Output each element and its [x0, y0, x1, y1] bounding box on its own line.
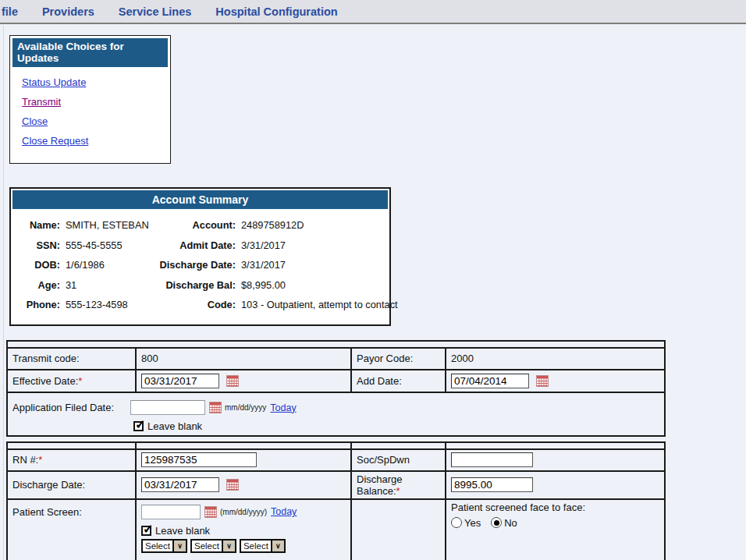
- account-summary-header: Account Summary: [12, 190, 388, 209]
- effective-date-input[interactable]: [141, 374, 219, 388]
- available-choices-header: Available Choices for Updates: [12, 38, 168, 67]
- discharge-date-input[interactable]: [141, 477, 219, 492]
- top-nav: file Providers Service Lines Hospital Co…: [0, 0, 746, 24]
- patient-screen-date-input[interactable]: [141, 505, 201, 519]
- patient-screen-label: Patient Screen:: [7, 499, 136, 560]
- discharge-date-field-label: Discharge Date:: [7, 471, 136, 499]
- application-filed-date-label: Application Filed Date:: [12, 402, 130, 413]
- account-value: 2489758912D: [241, 219, 398, 231]
- link-close[interactable]: Close: [22, 115, 168, 127]
- link-transmit[interactable]: Transmit: [22, 96, 168, 108]
- account-summary-grid: Name: SMITH, ESTEBAN Account: 2489758912…: [12, 209, 388, 323]
- transmit-form-table: Transmit code: 800 Payor Code: 2000 Effe…: [6, 340, 666, 437]
- application-filed-date-input[interactable]: [130, 400, 205, 415]
- spacer-cell: [351, 442, 446, 449]
- admit-date-value: 3/31/2017: [241, 239, 398, 251]
- discharge-bal-label: Discharge Bal:: [155, 279, 236, 291]
- age-label: Age:: [16, 279, 60, 291]
- nav-item-file[interactable]: file: [2, 5, 18, 18]
- leave-blank-checkbox[interactable]: [133, 421, 144, 431]
- discharge-bal-value: $8,995.00: [241, 279, 398, 291]
- transmit-code-label: Transmit code:: [7, 348, 136, 370]
- name-value: SMITH, ESTEBAN: [66, 219, 150, 231]
- empty-cell: [351, 499, 446, 560]
- phone-label: Phone:: [16, 299, 60, 310]
- phone-value: 555-123-4598: [66, 299, 150, 310]
- screened-no-label: No: [504, 517, 517, 529]
- calendar-icon[interactable]: [226, 479, 239, 491]
- calendar-icon[interactable]: [204, 506, 217, 518]
- screened-yes-radio[interactable]: [451, 517, 462, 528]
- date-format-hint: (mm/dd/yyyy): [220, 508, 267, 516]
- account-summary-panel: Account Summary Name: SMITH, ESTEBAN Acc…: [9, 187, 391, 326]
- code-value: 103 - Outpatient, attempt to contact: [241, 299, 398, 310]
- calendar-icon[interactable]: [209, 402, 222, 413]
- screened-yes-label: Yes: [464, 517, 481, 529]
- discharge-form-table: RN #:* Soc/SpDwn Discharge Date: Dischar…: [6, 441, 666, 560]
- patient-screen-select-2[interactable]: Select∨: [190, 539, 236, 553]
- soc-spdwn-input[interactable]: [451, 452, 533, 467]
- ssn-value: 555-45-5555: [66, 239, 150, 251]
- nav-item-providers[interactable]: Providers: [42, 5, 94, 18]
- discharge-date-value: 3/31/2017: [241, 259, 398, 271]
- discharge-date-label: Discharge Date:: [155, 259, 236, 271]
- spacer-cell: [7, 442, 136, 449]
- link-status-update[interactable]: Status Update: [22, 76, 168, 88]
- leave-blank-label: Leave blank: [147, 420, 202, 432]
- leave-blank-label: Leave blank: [155, 525, 210, 537]
- add-date-label: Add Date:: [351, 370, 446, 392]
- age-value: 31: [66, 279, 150, 291]
- spacer-row: [7, 341, 665, 348]
- payor-code-value: 2000: [446, 348, 665, 370]
- date-format-hint: mm/dd/yyyy: [225, 403, 266, 412]
- today-link[interactable]: Today: [270, 402, 296, 413]
- rn-number-input[interactable]: [141, 452, 257, 467]
- chevron-down-icon: ∨: [172, 541, 186, 551]
- payor-code-label: Payor Code:: [351, 348, 446, 370]
- required-marker: *: [38, 454, 42, 466]
- add-date-input[interactable]: [451, 374, 529, 388]
- nav-item-hospital-configuration[interactable]: Hospital Configuration: [215, 5, 337, 18]
- name-label: Name:: [16, 219, 60, 231]
- discharge-balance-label: Discharge Balance:*: [351, 471, 446, 499]
- transmit-code-value: 800: [136, 348, 351, 370]
- admit-date-label: Admit Date:: [155, 239, 236, 251]
- spacer-cell: [446, 442, 665, 449]
- spacer-cell: [136, 442, 351, 449]
- nav-item-service-lines[interactable]: Service Lines: [119, 5, 192, 18]
- patient-screen-select-3[interactable]: Select∨: [240, 539, 286, 553]
- ssn-label: SSN:: [16, 239, 60, 251]
- required-marker: *: [396, 485, 400, 497]
- discharge-balance-input[interactable]: [451, 477, 533, 492]
- dob-label: DOB:: [16, 259, 60, 271]
- effective-date-label: Effective Date:*: [7, 370, 136, 392]
- calendar-icon[interactable]: [536, 375, 549, 387]
- account-label: Account:: [155, 219, 236, 231]
- soc-spdwn-label: Soc/SpDwn: [351, 449, 446, 471]
- patient-screen-leave-blank-checkbox[interactable]: [141, 526, 151, 536]
- link-close-request[interactable]: Close Request: [22, 135, 168, 147]
- calendar-icon[interactable]: [226, 375, 239, 387]
- dob-value: 1/6/1986: [66, 259, 150, 271]
- required-marker: *: [78, 375, 82, 387]
- patient-screen-select-1[interactable]: Select∨: [141, 539, 187, 553]
- chevron-down-icon: ∨: [222, 541, 235, 551]
- code-label: Code:: [155, 299, 236, 310]
- today-link[interactable]: Today: [271, 506, 297, 517]
- screened-no-radio[interactable]: [491, 517, 502, 528]
- chevron-down-icon: ∨: [271, 541, 284, 551]
- available-choices-panel: Available Choices for Updates Status Upd…: [9, 35, 171, 164]
- screened-face-to-face-question: Patient screened face to face:: [451, 502, 661, 513]
- rn-number-label: RN #:*: [7, 449, 136, 471]
